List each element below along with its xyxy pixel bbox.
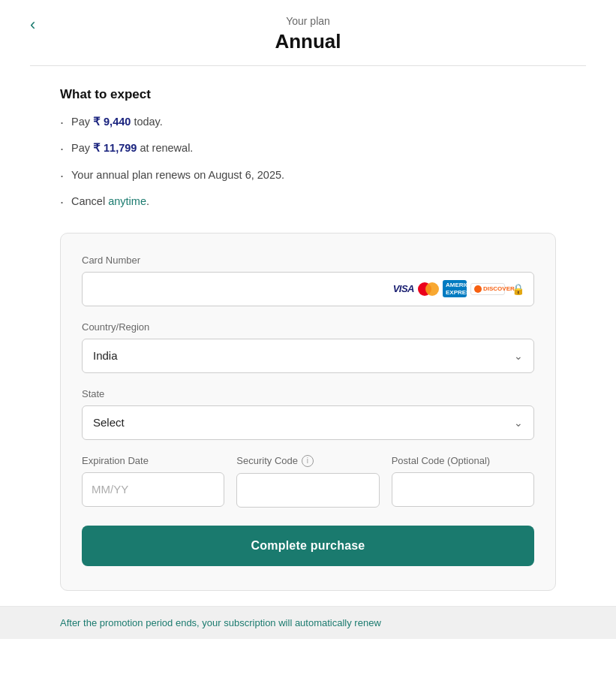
- complete-purchase-button[interactable]: Complete purchase: [82, 526, 534, 566]
- what-to-expect-section: What to expect Pay ₹ 9,440 today. Pay ₹ …: [60, 87, 556, 212]
- security-input[interactable]: [236, 473, 379, 508]
- back-button[interactable]: ‹: [30, 17, 35, 33]
- three-fields-row: Expiration Date Security Code i Postal C…: [82, 455, 534, 508]
- lock-icon: 🔒: [512, 283, 524, 295]
- card-number-label: Card Number: [82, 255, 534, 266]
- bullet-item-1: Pay ₹ 9,440 today.: [60, 114, 556, 131]
- mc-circle-right: [425, 282, 439, 296]
- bullet-text-4: Cancel anytime.: [71, 194, 149, 210]
- price-today: ₹ 9,440: [93, 116, 131, 128]
- price-renewal: ₹ 11,799: [93, 142, 137, 154]
- discover-circle: [474, 285, 482, 293]
- page-header: ‹ Your plan Annual: [0, 0, 616, 65]
- state-label: State: [82, 388, 534, 399]
- postal-input[interactable]: [392, 472, 534, 507]
- state-select-wrapper: Select Maharashtra Delhi Karnataka ⌄: [82, 405, 534, 440]
- postal-group: Postal Code (Optional): [392, 455, 534, 508]
- expiry-group: Expiration Date: [82, 455, 224, 508]
- bullet-text-1: Pay ₹ 9,440 today.: [71, 114, 163, 131]
- plan-title: Annual: [275, 30, 341, 53]
- state-group: State Select Maharashtra Delhi Karnataka…: [82, 388, 534, 440]
- security-label-row: Security Code i: [236, 455, 379, 467]
- security-info-icon[interactable]: i: [302, 455, 314, 467]
- bullet-list: Pay ₹ 9,440 today. Pay ₹ 11,799 at renew…: [60, 114, 556, 212]
- postal-label-row: Postal Code (Optional): [392, 455, 534, 466]
- card-number-group: Card Number VISA AMERICAN EXPRESS DISCOV…: [82, 255, 534, 306]
- state-select[interactable]: Select Maharashtra Delhi Karnataka: [83, 406, 533, 439]
- footer-text: After the promotion period ends, your su…: [60, 617, 381, 628]
- country-label: Country/Region: [82, 321, 534, 333]
- country-group: Country/Region India United States Unite…: [82, 321, 534, 373]
- expiry-label-row: Expiration Date: [82, 455, 224, 466]
- payment-form: Card Number VISA AMERICAN EXPRESS DISCOV…: [60, 233, 556, 591]
- card-icons: VISA AMERICAN EXPRESS DISCOVER 🔒: [393, 280, 524, 297]
- main-content: What to expect Pay ₹ 9,440 today. Pay ₹ …: [0, 66, 616, 606]
- cancel-link[interactable]: anytime: [108, 195, 146, 207]
- postal-label: Postal Code (Optional): [392, 455, 491, 466]
- bullet-item-4: Cancel anytime.: [60, 194, 556, 211]
- plan-label: Your plan: [286, 15, 330, 27]
- mastercard-icon: [418, 282, 439, 296]
- expiry-label: Expiration Date: [82, 455, 149, 466]
- card-number-input[interactable]: [92, 282, 393, 295]
- footer-note: After the promotion period ends, your su…: [0, 606, 616, 639]
- card-number-wrapper: VISA AMERICAN EXPRESS DISCOVER 🔒: [82, 272, 534, 306]
- bullet-text-3: Your annual plan renews on August 6, 202…: [71, 167, 284, 184]
- footer-link[interactable]: renew: [354, 617, 380, 628]
- security-label: Security Code: [236, 455, 298, 466]
- discover-text: DISCOVER: [483, 285, 515, 292]
- expiry-input[interactable]: [82, 472, 224, 507]
- country-select[interactable]: India United States United Kingdom: [83, 339, 533, 372]
- amex-icon: AMERICAN EXPRESS: [443, 280, 467, 297]
- bullet-item-2: Pay ₹ 11,799 at renewal.: [60, 140, 556, 158]
- what-to-expect-heading: What to expect: [60, 87, 556, 102]
- country-select-wrapper: India United States United Kingdom ⌄: [82, 339, 534, 373]
- bullet-item-3: Your annual plan renews on August 6, 202…: [60, 167, 556, 185]
- bullet-text-2: Pay ₹ 11,799 at renewal.: [71, 140, 193, 157]
- visa-icon: VISA: [393, 283, 414, 294]
- discover-icon: DISCOVER: [470, 283, 505, 295]
- security-group: Security Code i: [236, 455, 379, 508]
